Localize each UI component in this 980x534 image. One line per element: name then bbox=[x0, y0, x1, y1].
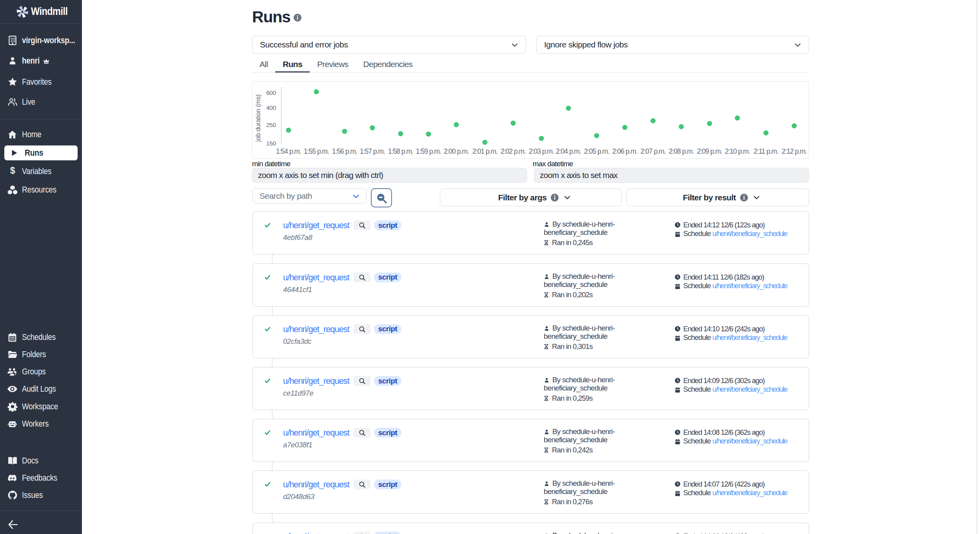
svg-text:2:11 p.m.: 2:11 p.m. bbox=[754, 147, 779, 155]
svg-text:600: 600 bbox=[266, 89, 276, 96]
svg-text:2:02 p.m.: 2:02 p.m. bbox=[501, 147, 526, 155]
svg-text:$: $ bbox=[10, 166, 15, 176]
svg-text:2:05 p.m.: 2:05 p.m. bbox=[584, 147, 609, 155]
svg-text:2:09 p.m.: 2:09 p.m. bbox=[697, 147, 722, 155]
svg-text:1:54 p.m.: 1:54 p.m. bbox=[276, 147, 301, 155]
svg-text:2:06 p.m.: 2:06 p.m. bbox=[612, 147, 637, 155]
svg-text:1:58 p.m.: 1:58 p.m. bbox=[388, 147, 413, 155]
svg-text:1:57 p.m.: 1:57 p.m. bbox=[360, 147, 385, 155]
svg-text:2:07 p.m.: 2:07 p.m. bbox=[641, 147, 666, 155]
svg-text:2:01 p.m.: 2:01 p.m. bbox=[472, 147, 497, 155]
svg-text:2:04 p.m.: 2:04 p.m. bbox=[556, 147, 581, 155]
svg-text:250: 250 bbox=[266, 122, 276, 128]
svg-text:2:03 p.m.: 2:03 p.m. bbox=[529, 147, 554, 155]
svg-text:400: 400 bbox=[266, 104, 276, 111]
svg-text:1:59 p.m.: 1:59 p.m. bbox=[416, 147, 441, 155]
svg-text:2:12 p.m.: 2:12 p.m. bbox=[782, 147, 807, 155]
svg-text:2:10 p.m.: 2:10 p.m. bbox=[725, 147, 750, 155]
svg-text:150: 150 bbox=[266, 140, 276, 147]
svg-text:2:08 p.m.: 2:08 p.m. bbox=[669, 147, 694, 155]
svg-text:1:56 p.m.: 1:56 p.m. bbox=[332, 147, 357, 155]
svg-text:2:00 p.m.: 2:00 p.m. bbox=[444, 147, 469, 155]
svg-text:1:55 p.m.: 1:55 p.m. bbox=[304, 147, 329, 155]
svg-text:job duration (ms): job duration (ms) bbox=[254, 94, 262, 142]
